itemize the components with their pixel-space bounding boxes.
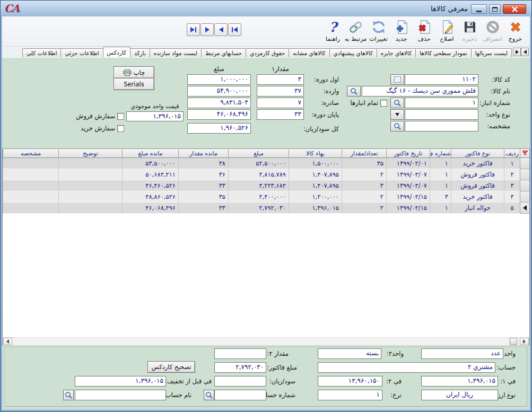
tab-bonus-goods[interactable]: كالاهاي جايزه	[377, 48, 416, 57]
opening-amount-field[interactable]: ۱,۰۰۰,۰۰۰	[187, 74, 251, 85]
scrollbar-thumb[interactable]	[510, 338, 517, 345]
header-row-no[interactable]: رديف	[504, 149, 520, 158]
unit-type-dropdown-button[interactable]	[390, 109, 404, 120]
currency-field[interactable]: ريال ايران	[421, 390, 498, 400]
header-attribute[interactable]: مشخصه	[3, 149, 58, 158]
scrollbar-left-arrow[interactable]	[3, 338, 12, 345]
qty2-field[interactable]	[214, 348, 266, 359]
warehouse-no-field[interactable]: ۱	[405, 98, 478, 108]
header-balance-qty[interactable]: مانده مقدار	[178, 149, 228, 158]
grid-corner-filter[interactable]	[520, 149, 529, 158]
sales-order-checkbox[interactable]: سفارش فروش	[76, 112, 124, 120]
tab-commission[interactable]: حقوق كارمزدي	[246, 48, 289, 57]
nav-first-record-button[interactable]	[228, 23, 241, 36]
received-amount-field[interactable]: ۵۴,۹۰۰,۰۰۰	[187, 86, 251, 97]
tab-scroll-right-button[interactable]	[513, 48, 521, 56]
tab-similar-goods[interactable]: كالاهاي مشابه	[289, 48, 329, 57]
unit-type-field[interactable]	[405, 109, 478, 120]
nav-next-record-button[interactable]	[200, 23, 214, 36]
item-code-picker-button[interactable]	[390, 74, 404, 85]
account-no-field[interactable]	[214, 390, 266, 400]
received-label: وارده:	[324, 87, 339, 95]
item-name-search-button[interactable]	[347, 86, 361, 97]
nav-last-record-button[interactable]	[187, 23, 200, 36]
issued-amount-field[interactable]: ۹,۸۳۱,۵۰۴	[187, 98, 251, 108]
toolbar-related-button[interactable]: مرتبط به	[344, 17, 367, 46]
account-name-field[interactable]	[75, 390, 166, 400]
price-before-discount-field[interactable]: ۱,۳۹۶,۰۱۵	[75, 376, 166, 387]
unit2-field[interactable]: بسته	[318, 348, 381, 359]
opening-qty-field[interactable]: ۳	[257, 74, 304, 85]
header-balance-amount[interactable]: مانده مبلغ	[122, 149, 178, 158]
account-no-search-button[interactable]	[204, 390, 214, 400]
invoice-amount-field[interactable]: ۲,۷۹۲,۰۳۰	[214, 362, 266, 373]
grid-horizontal-scrollbar[interactable]	[3, 337, 529, 346]
row-selector[interactable]	[520, 191, 529, 203]
all-warehouses-checkbox[interactable]: تمام انبارها	[350, 99, 387, 107]
purchase-order-checkbox[interactable]: سفارش خريد	[81, 125, 124, 132]
tab-materials-list[interactable]: ليست مواد سازنده	[150, 48, 202, 57]
tab-detail-info[interactable]: اطلاعات جزئي	[60, 48, 103, 57]
profit-loss-field[interactable]	[214, 376, 266, 387]
tab-surface-chart[interactable]: نمودار سطحي كالاها	[415, 48, 472, 57]
close-button[interactable]	[503, 4, 526, 14]
unit1-field[interactable]: عدد	[421, 348, 503, 359]
grid-row[interactable]: ۳ فاكتور فروش ۱ ۱۳۹۹/۰۴/۰۷ ۳ ۱,۴۰۷,۸۹۵ ۴…	[3, 180, 529, 191]
header-qty[interactable]: تعداد/مقدار	[342, 149, 386, 158]
item-code-field[interactable]: ۱۱۰۲	[405, 74, 478, 85]
scrollbar-right-arrow[interactable]	[520, 338, 529, 345]
toolbar-cancel-button[interactable]: انصراف	[481, 17, 504, 46]
grid-row[interactable]: ۲ فاكتور فروش ۱ ۱۳۹۹/۰۴/۰۷ ۲ ۱,۴۰۷,۸۹۵ ۲…	[3, 169, 529, 180]
item-name-field[interactable]: فلش مموري سن ديسك - ۱۶ گيگ	[362, 86, 478, 97]
closing-qty-field[interactable]: ۳۳	[257, 109, 304, 120]
header-unit-price[interactable]: بهاء كالا	[289, 149, 342, 158]
warehouse-search-button[interactable]	[390, 98, 404, 108]
toolbar-new-button[interactable]: جديد	[390, 17, 413, 46]
toolbar-edit-button[interactable]: اصلاح	[435, 17, 458, 46]
toolbar-help-button[interactable]: ? راهنما	[321, 17, 344, 46]
issued-qty-field[interactable]: ۷	[257, 98, 304, 108]
fix-kardex-button[interactable]: تصحيح كاردكس	[147, 361, 195, 373]
tab-related-accounts[interactable]: حسابهاي مرتبط	[201, 48, 246, 57]
grid-row[interactable]: ۴ فاكتور خريد ۳ ۱۳۹۹/۰۴/۱۵ ۲ ۱,۲۰۰,۰۰۰ ۲…	[3, 191, 529, 203]
unit-price-field[interactable]: ۱,۳۹۶,۰۱۵	[126, 111, 184, 121]
header-doc-type[interactable]: نوع فاكتور	[451, 149, 504, 158]
price2-field[interactable]: ۱۳,۹۶۰,۱۵۰	[318, 376, 382, 387]
account-name-search-button[interactable]	[63, 390, 74, 400]
grid-row-current[interactable]: ۵ حواله انبار ۱ ۱۳۹۹/۰۴/۱۵ ۲ ۱,۳۹۶,۰۱۵ ۲…	[3, 203, 529, 214]
toolbar-save-button[interactable]: ذخيره	[458, 17, 481, 46]
serials-button[interactable]: Serials	[114, 78, 154, 90]
tab-barcode[interactable]: باركد	[130, 48, 150, 57]
row-selector[interactable]	[520, 180, 529, 191]
minimize-button[interactable]	[471, 4, 487, 14]
toolbar-exit-label: خروج	[509, 36, 522, 43]
toolbar-exit-button[interactable]: خروج	[504, 17, 527, 46]
total-pl-field[interactable]: ۱,۹۶۰,۵۲۶	[187, 123, 251, 134]
account-field[interactable]: مشتري ۲	[318, 362, 495, 373]
tab-kardex[interactable]: كاردكس	[103, 47, 130, 57]
print-button[interactable]: چاپ	[114, 66, 154, 78]
tab-scroll-left-button[interactable]	[521, 48, 529, 56]
header-amount[interactable]: مبلغ	[228, 149, 289, 158]
tab-general-info[interactable]: اطلاعات كلي	[22, 48, 61, 57]
closing-amount-field[interactable]: ۴۶,۰۶۸,۴۹۶	[187, 109, 251, 120]
qty-column-header: مقدار۱	[257, 65, 304, 73]
nav-previous-record-button[interactable]	[214, 23, 228, 36]
attribute-search-button[interactable]	[390, 121, 404, 132]
attribute-field[interactable]	[405, 121, 478, 132]
row-selector[interactable]	[520, 158, 529, 169]
header-doc-date[interactable]: تاريخ فاكتور	[386, 149, 430, 158]
toolbar-changes-button[interactable]: تغييرات	[367, 17, 390, 46]
rate-field[interactable]: ۱	[318, 390, 382, 400]
received-qty-field[interactable]: ۳۷	[257, 86, 304, 97]
tab-serials-list[interactable]: ليست سريالها	[471, 48, 512, 57]
row-selector[interactable]	[520, 169, 529, 180]
header-doc-no[interactable]: شماره ف	[430, 149, 451, 158]
header-note[interactable]: توضيح	[58, 149, 122, 158]
tab-suggested-goods[interactable]: كالاهاي پيشنهادي	[329, 48, 377, 57]
price1-field[interactable]: ۱,۳۹۶,۰۱۵	[421, 376, 498, 387]
grid-row[interactable]: ۱ فاكتور خريد ۱ ۱۳۹۹/۰۲/۰۱ ۳۵ ۱,۵۰۰,۰۰۰ …	[3, 158, 529, 169]
maximize-button[interactable]	[489, 4, 501, 14]
current-row-selector[interactable]	[520, 203, 529, 214]
toolbar-delete-button[interactable]: حذف	[413, 17, 435, 46]
